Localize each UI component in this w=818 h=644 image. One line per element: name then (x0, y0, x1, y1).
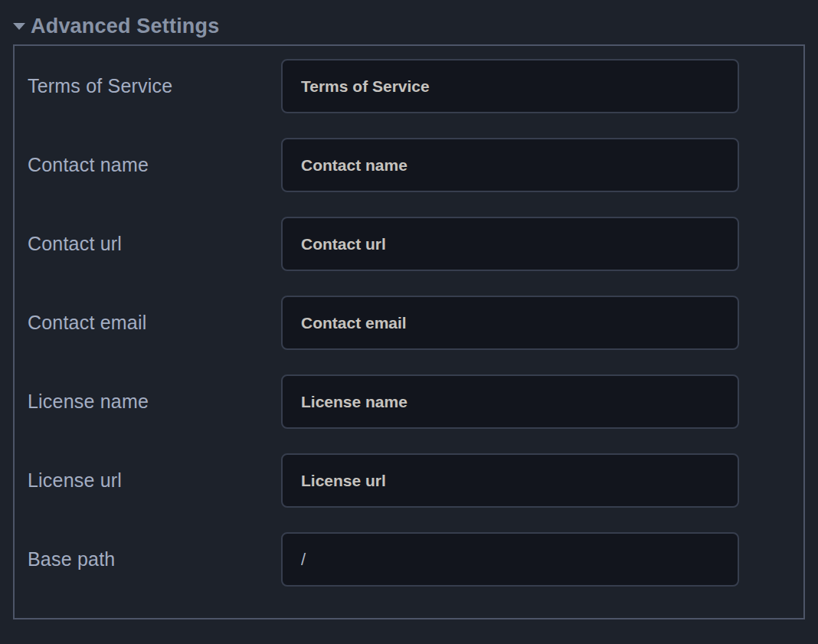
license-name-label: License name (28, 391, 281, 413)
form-row-contact-name: Contact name (28, 138, 790, 192)
caret-down-icon (13, 23, 25, 30)
base-path-input[interactable] (281, 532, 739, 587)
form-row-contact-url: Contact url (28, 217, 790, 271)
license-name-input[interactable] (281, 374, 739, 429)
form-row-terms-of-service: Terms of Service (28, 59, 790, 113)
advanced-settings-panel: Terms of Service Contact name Contact ur… (13, 44, 805, 619)
base-path-label: Base path (28, 548, 281, 570)
contact-name-input[interactable] (281, 138, 739, 192)
contact-url-label: Contact url (28, 233, 281, 255)
contact-email-label: Contact email (28, 312, 281, 334)
contact-name-label: Contact name (28, 154, 281, 176)
advanced-settings-header[interactable]: Advanced Settings (13, 14, 219, 38)
terms-of-service-input[interactable] (281, 59, 739, 113)
form-row-license-name: License name (28, 374, 790, 429)
section-title: Advanced Settings (31, 14, 219, 38)
terms-of-service-label: Terms of Service (28, 75, 281, 97)
form-row-contact-email: Contact email (28, 296, 790, 350)
form-row-base-path: Base path (28, 532, 790, 587)
contact-url-input[interactable] (281, 217, 739, 271)
license-url-label: License url (28, 469, 281, 492)
license-url-input[interactable] (281, 453, 739, 508)
form-row-license-url: License url (28, 453, 790, 508)
contact-email-input[interactable] (281, 296, 739, 350)
